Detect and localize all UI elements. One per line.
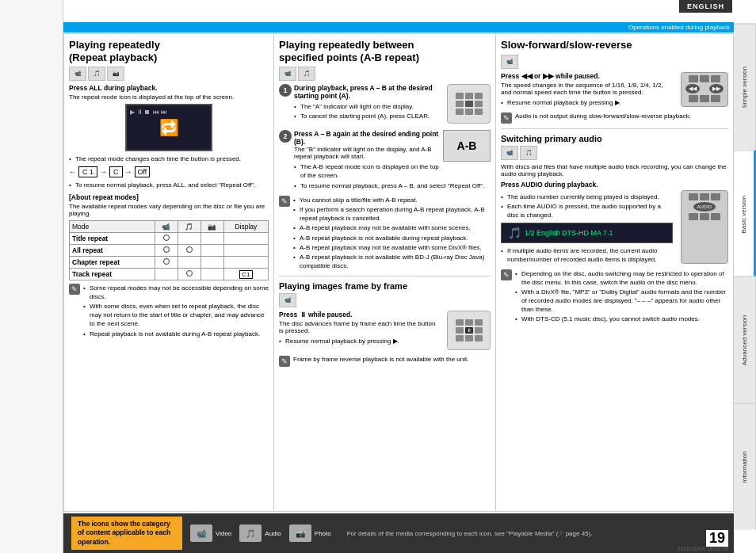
audio-note2: With a DivX® file, "MP3" or "Dolby Digit… — [515, 288, 728, 315]
ab-note3: A-B repeat playback may not be available… — [293, 223, 491, 232]
note-icon: ✎ — [69, 284, 80, 295]
media-photo: 📷 Photo — [289, 524, 331, 542]
repeat-bullets2: To resume normal playback, press ALL, an… — [69, 181, 269, 189]
bottom-highlight: The icons show the category of content a… — [71, 517, 182, 549]
audio-display: 🎵 1/2 English DTS-HD MA 7.1 — [501, 223, 673, 243]
frame-bullets: Resume normal playback by pressing ▶. — [279, 337, 441, 345]
chapter-c2 — [178, 256, 200, 268]
media-audio: 🎵 Audio — [239, 524, 281, 542]
slow-bullets: Resume normal playback by pressing ▶. — [501, 98, 673, 107]
audio-text: The audio number currently being played … — [501, 190, 673, 267]
c-box: C — [109, 166, 123, 177]
table-icon1: 📹 — [155, 220, 178, 232]
all-repeat-label: All repeat — [70, 244, 155, 256]
table-row: All repeat — [70, 244, 269, 256]
about-repeat-desc: The available repeat modes vary dependin… — [69, 203, 269, 217]
frame-press-label: Press ⏸ while paused. — [279, 311, 353, 318]
ab-icons: 📹 🎵 — [279, 67, 491, 81]
step1-desc2: To cancel the starting point (A), press … — [294, 112, 491, 120]
audio-bullets: The audio number currently being played … — [501, 193, 673, 220]
step2-content: A-B Press A – B again at the desired end… — [294, 130, 491, 193]
step2-title: Press A – B again at the desired ending … — [294, 130, 438, 146]
note2: With some discs, even when set to repeat… — [83, 302, 269, 329]
table-row: Title repeat — [70, 232, 269, 244]
col-left: Playing repeatedly(Repeat playback) 📹 🎵 … — [64, 34, 274, 511]
note-content: Some repeat modes may not be accessible … — [83, 284, 269, 339]
audio-icon-box: 🎵 — [88, 67, 105, 81]
remote-audio: AUDIO — [681, 190, 728, 264]
table-row: Track repeat C1 — [70, 268, 269, 280]
table-display-header: Display — [223, 220, 268, 232]
title-display — [223, 232, 268, 244]
information-tab[interactable]: Information — [734, 403, 756, 530]
basic-version-tab[interactable]: Basic version — [734, 151, 756, 277]
chapter-repeat-label: Chapter repeat — [70, 256, 155, 268]
col-middle: Playing repeatedly betweenspecified poin… — [274, 34, 496, 511]
step2-bullets: The A-B repeat mode icon is displayed on… — [294, 162, 491, 190]
bottom-note: For details of the media corresponding t… — [339, 530, 726, 537]
video-label: Video — [216, 530, 231, 537]
remote-mockup-frame: ⏸ — [447, 311, 491, 350]
press-audio-label: Press AUDIO during playback. — [501, 181, 728, 189]
slow-note-block: ✎ Audio is not output during slow-forwar… — [501, 113, 728, 124]
ab-repeat-title: Playing repeatedly betweenspecified poin… — [279, 39, 491, 63]
repeat-table: Mode 📹 🎵 📷 Display Title repeat All repe… — [69, 220, 269, 280]
audio-notes: Depending on the disc, audio switching m… — [515, 269, 728, 324]
slow-press-label: Press ◀◀ or ▶▶ while paused. — [501, 72, 600, 80]
simple-version-tab[interactable]: Simple version — [734, 24, 756, 151]
ab-box: A-B — [443, 130, 491, 162]
video-media-icon: 📹 — [190, 524, 212, 542]
frame-note-icon: ✎ — [279, 356, 290, 367]
all-c1 — [155, 244, 178, 256]
photo-label: Photo — [315, 530, 331, 537]
frame-resume: Resume normal playback by pressing ▶. — [279, 337, 441, 345]
bottom-bar: The icons show the category of content a… — [63, 513, 734, 553]
frame-text: Press ⏸ while paused. The disc advances … — [279, 311, 441, 348]
about-repeat-label: [About repeat modes] — [69, 193, 269, 201]
page-number: 19 — [706, 530, 728, 547]
left-bar — [0, 0, 63, 553]
ops-header: Operations enabled during playback — [63, 22, 734, 32]
audio-note-content: Depending on the disc, audio switching m… — [515, 269, 728, 325]
switch-desc: With discs and files that have multiple … — [501, 163, 728, 177]
ab-note-content: You cannot skip a title/file with A-B re… — [293, 196, 491, 272]
ab-notes: You cannot skip a title/file with A-B re… — [293, 196, 491, 271]
print-date: 2010/10/04 18:00:29 — [678, 546, 728, 551]
audio-display-text: 1/2 English DTS-HD MA 7.1 — [525, 229, 613, 237]
note3: Repeat playback is not available during … — [83, 330, 269, 338]
advanced-version-tab[interactable]: Advanced version — [734, 276, 756, 403]
slow-text: Press ◀◀ or ▶▶ while paused. The speed c… — [501, 72, 673, 110]
audio-label: Audio — [265, 530, 281, 537]
bullet-repeat-changes: The repeat mode changes each time the bu… — [69, 154, 269, 163]
col-right: Slow-forward/slow-reverse 📹 Press ◀◀ or … — [496, 34, 733, 511]
frame-icons: 📹 — [279, 293, 491, 307]
audio-bullet3: If multiple audio items are recorded, th… — [501, 246, 673, 264]
step1-desc1: The "A" indicator will light on the disp… — [294, 102, 491, 111]
frame-video-icon: 📹 — [279, 293, 296, 307]
slow-content: Press ◀◀ or ▶▶ while paused. The speed c… — [501, 72, 728, 110]
audio-bullet1: The audio number currently being played … — [501, 193, 673, 201]
audio-content: The audio number currently being played … — [501, 190, 728, 267]
photo-media-icon: 📷 — [289, 524, 311, 542]
ab-note-icon: ✎ — [279, 196, 290, 207]
track-c1 — [155, 268, 178, 280]
all-c2 — [178, 244, 200, 256]
frame-note-text: Frame by frame reverse playback is not a… — [293, 356, 468, 363]
slow-speed-desc: The speed changes in the sequence of 1/1… — [501, 82, 673, 96]
table-mode-header: Mode — [70, 220, 155, 232]
switch-audio-icon: 🎵 — [520, 146, 537, 160]
step1-content: During playback, press A – B at the desi… — [294, 84, 491, 127]
note-block: ✎ Some repeat modes may not be accessibl… — [69, 284, 269, 339]
audio-media-icon: 🎵 — [239, 524, 262, 542]
note1: Some repeat modes may not be accessible … — [83, 284, 269, 301]
step1-title: During playback, press A – B at the desi… — [294, 84, 433, 100]
bullet-resume-all: To resume normal playback, press ALL, an… — [69, 181, 269, 189]
media-video: 📹 Video — [190, 524, 231, 542]
off-box: Off — [135, 166, 151, 177]
repeat-icons: 📹 🎵 📷 — [69, 67, 269, 81]
track-display: C1 — [223, 268, 268, 280]
side-tabs: Simple version Basic version Advanced ve… — [734, 24, 756, 529]
c1-box: C 1 — [78, 166, 97, 177]
step1-bullets: The "A" indicator will light on the disp… — [294, 102, 491, 120]
ab-note6: A-B repeat playback is not available wit… — [293, 253, 491, 270]
